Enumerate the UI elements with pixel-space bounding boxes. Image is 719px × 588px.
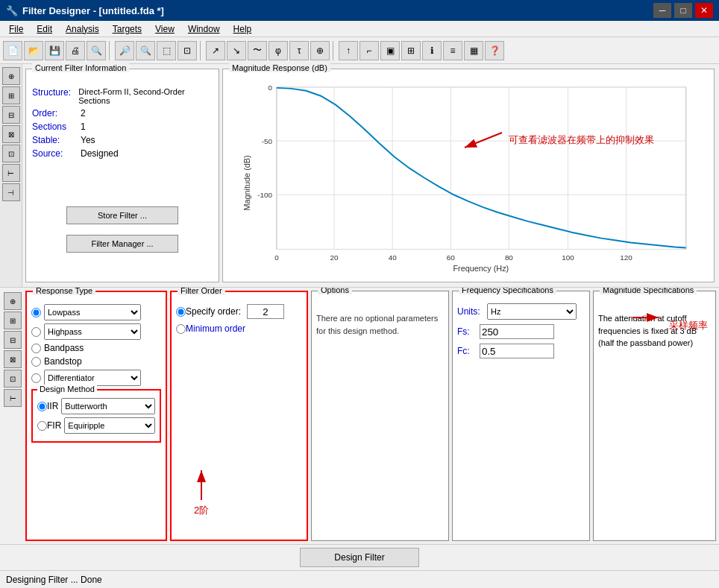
dm-fir-select[interactable]: Equiripple Least-squares [64, 417, 155, 434]
tb-legend[interactable]: ≡ [443, 41, 462, 60]
store-filter-button[interactable]: Store Filter ... [66, 206, 178, 224]
left-toolbar: ⊕ ⊞ ⊟ ⊠ ⊡ ⊢ ⊣ [0, 64, 22, 287]
fs-units-select[interactable]: Hz Normalized [487, 303, 577, 320]
dm-iir-radio[interactable] [37, 402, 47, 411]
tb-print[interactable]: 🖨 [66, 41, 85, 60]
top-section: ⊕ ⊞ ⊟ ⊠ ⊡ ⊢ ⊣ Current Filter Information… [0, 64, 719, 288]
fo-specify-input[interactable] [247, 304, 284, 319]
filter-info-table: Structure: Direct-Form II, Second-Order … [32, 87, 213, 159]
fo-minimum-label: Minimum order [186, 323, 245, 334]
tb-spec[interactable]: ▣ [380, 41, 400, 60]
rt-lowpass-radio[interactable] [31, 308, 41, 317]
options-panel: Options There are no optional parameters… [311, 291, 449, 541]
tb-corner[interactable]: ⌐ [360, 41, 379, 60]
fi-sections-label: Sections [32, 121, 81, 132]
app-icon: 🔧 [6, 5, 18, 16]
lt-btn-1[interactable]: ⊕ [2, 67, 20, 85]
rt-bandpass-radio[interactable] [31, 344, 41, 353]
svg-rect-1 [277, 87, 686, 250]
lt-bottom-btn-5[interactable]: ⊡ [4, 370, 22, 388]
fs-fc-input[interactable] [480, 344, 554, 358]
lt-btn-4[interactable]: ⊠ [2, 125, 20, 143]
tb-impulse[interactable]: ↘ [227, 41, 246, 60]
filter-info-title: Current Filter Information [32, 63, 129, 72]
rt-highpass-select[interactable]: Highpass [44, 323, 141, 340]
fo-specify-radio[interactable] [176, 307, 186, 317]
lt-bottom-btn-3[interactable]: ⊟ [4, 331, 22, 349]
filter-manager-button[interactable]: Filter Manager ... [66, 235, 178, 253]
fo-minimum-radio[interactable] [176, 324, 186, 334]
statusbar: Designing Filter ... Done [0, 570, 719, 588]
svg-text:Frequency (Hz): Frequency (Hz) [453, 264, 509, 273]
dm-iir-select[interactable]: Butterworth Chebyshev Elliptic [61, 398, 155, 414]
menu-help[interactable]: Help [227, 22, 258, 36]
rt-bandpass-label: Bandpass [44, 343, 84, 353]
menu-view[interactable]: View [149, 22, 180, 36]
design-method-title: Design Method [37, 385, 97, 393]
fs-units-label: Units: [457, 306, 487, 317]
lt-btn-6[interactable]: ⊢ [2, 164, 20, 182]
filter-order-title: Filter Order [178, 288, 225, 295]
design-method-panel: Design Method IIR Butterworth Chebyshev … [31, 389, 161, 443]
fi-structure-label: Structure: [32, 87, 78, 105]
response-type-title: Response Type [33, 288, 95, 295]
rt-bandstop-radio[interactable] [31, 357, 41, 367]
lt-btn-5[interactable]: ⊡ [2, 145, 20, 162]
maximize-button[interactable]: □ [674, 3, 692, 18]
minimize-button[interactable]: ─ [653, 3, 671, 18]
fi-order-value: 2 [81, 108, 86, 118]
menu-targets[interactable]: Targets [107, 22, 148, 36]
chart-annotation: 可查看滤波器在频带上的抑制效果 [461, 129, 654, 151]
dm-fir-radio[interactable] [37, 421, 47, 431]
rt-bandpass-row: Bandpass [31, 343, 161, 353]
rt-diff-select[interactable]: Differentiator [44, 370, 141, 386]
lt-btn-7[interactable]: ⊣ [2, 183, 20, 201]
tb-sep-2 [200, 41, 203, 60]
tb-markers[interactable]: ▦ [464, 41, 483, 60]
tb-zoom-sel[interactable]: ⬚ [157, 41, 176, 60]
fs-fc-row: Fc: [457, 344, 585, 358]
rt-highpass-radio[interactable] [31, 327, 41, 337]
lt-btn-3[interactable]: ⊟ [2, 106, 20, 124]
menu-analysis[interactable]: Analysis [60, 22, 105, 36]
tb-step[interactable]: ↗ [206, 41, 225, 60]
close-button[interactable]: ✕ [695, 3, 713, 18]
tb-grp-delay[interactable]: τ [289, 41, 309, 60]
menu-edit[interactable]: Edit [31, 22, 58, 36]
tb-phase[interactable]: φ [269, 41, 288, 60]
tb-new[interactable]: 📄 [3, 41, 22, 60]
toolbar: 📄 📂 💾 🖨 🔍 🔎 🔍 ⬚ ⊡ ↗ ↘ 〜 φ τ ⊕ ↑ ⌐ ▣ ⊞ ℹ … [0, 37, 719, 64]
lt-bottom-btn-2[interactable]: ⊞ [4, 312, 22, 329]
tb-up[interactable]: ↑ [339, 41, 358, 60]
tb-open[interactable]: 📂 [24, 41, 43, 60]
tb-freq[interactable]: 〜 [248, 41, 267, 60]
fs-fs-input[interactable] [480, 324, 554, 339]
svg-text:60: 60 [447, 253, 455, 262]
tb-zoom-in[interactable]: 🔎 [115, 41, 134, 60]
rt-lowpass-select[interactable]: Lowpass [44, 304, 141, 320]
tb-find[interactable]: 🔍 [87, 41, 106, 60]
tb-grid[interactable]: ⊞ [401, 41, 421, 60]
fi-order-row: Order: 2 [32, 108, 213, 118]
tb-pz[interactable]: ⊕ [310, 41, 330, 60]
svg-text:Magnitude (dB): Magnitude (dB) [242, 155, 251, 210]
tb-zoom-fit[interactable]: ⊡ [178, 41, 197, 60]
lt-bottom-btn-1[interactable]: ⊕ [4, 292, 22, 310]
svg-text:120: 120 [620, 253, 632, 262]
svg-text:-100: -100 [257, 191, 272, 199]
tb-save[interactable]: 💾 [45, 41, 64, 60]
svg-text:0: 0 [274, 253, 279, 262]
menu-window[interactable]: Window [182, 22, 226, 36]
mag-arrow [629, 306, 666, 329]
rt-bandstop-label: Bandstop [44, 356, 82, 367]
menu-file[interactable]: File [3, 22, 29, 36]
lt-bottom-btn-4[interactable]: ⊠ [4, 350, 22, 368]
rt-diff-radio[interactable] [31, 373, 41, 383]
design-filter-button[interactable]: Design Filter [300, 548, 419, 567]
lt-bottom-btn-6[interactable]: ⊢ [4, 389, 22, 407]
tb-sep-1 [109, 41, 112, 60]
lt-btn-2[interactable]: ⊞ [2, 86, 20, 104]
tb-help[interactable]: ❓ [485, 41, 504, 60]
tb-zoom-out[interactable]: 🔍 [136, 41, 155, 60]
tb-info[interactable]: ℹ [422, 41, 442, 60]
